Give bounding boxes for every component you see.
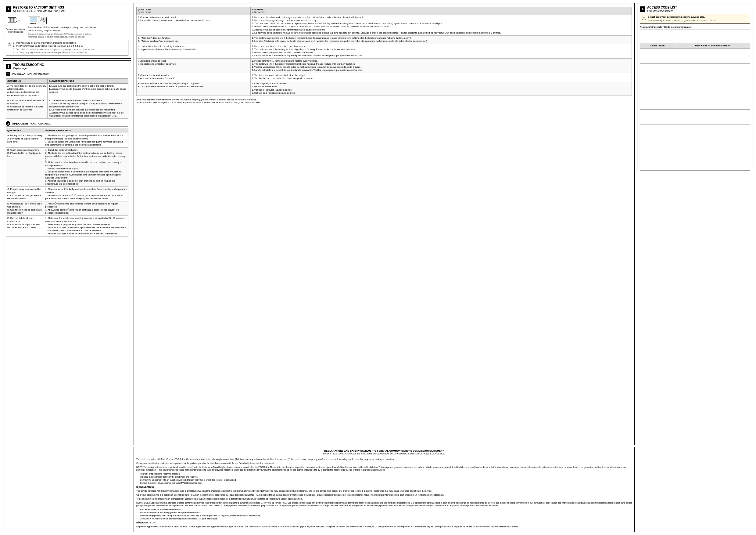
name-cell	[640, 79, 675, 94]
left-column: 4 RESTORE TO FACTORY SETTINGS RÉTABLISSE…	[3, 3, 131, 532]
fcc-bullet-4: Consult the dealer or an experienced rad…	[140, 482, 632, 485]
svg-rect-7	[30, 17, 37, 22]
op-q-c: C. Programming code can not be changed.C…	[6, 187, 44, 201]
contact-text: If the lock appears to be damaged or doe…	[136, 97, 632, 104]
code-cell	[675, 155, 750, 171]
set-button-svg: S SET	[28, 14, 48, 27]
remove-battery-label-fr: Retirez une pile	[8, 31, 23, 33]
center-q-i: I. Lockset is unable to reset.I. Impossi…	[137, 58, 251, 73]
center-q-header: QUESTIONSQUESTIONS	[137, 7, 251, 15]
battery-diagram: → Remove one battery Retirez une pile	[6, 14, 25, 38]
ic-regs-fr-title: RÈGLEMENTS D'IC	[136, 521, 632, 524]
operation-number: 2	[6, 121, 10, 126]
code-cell	[675, 94, 750, 110]
access-warning-text-fr: Ne communiquez votre code de programmati…	[648, 19, 716, 22]
access-code-section: 4 Access code list Liste des code d'accè…	[637, 3, 753, 173]
center-a-h: 1. Make sure you have entered the correc…	[250, 44, 632, 59]
name-cell	[640, 94, 675, 110]
table-row: F. Can not add a new user code /card.F. …	[137, 15, 632, 36]
table-row: B. Touch screen not responding.B. L'écra…	[6, 147, 128, 187]
access-header: 4 Access code list Liste des code d'accè…	[640, 6, 750, 13]
install-a-a: 1. Make sure the backset on the latch is…	[47, 84, 128, 98]
op-a-d: 1. Press ⓒ button once and continue to i…	[44, 201, 128, 216]
table-row	[640, 64, 750, 79]
user-code-header: User Code / Code d'utilisateur	[675, 43, 750, 48]
factory-warning-line4: 2. Le Code de programmation sera restaur…	[13, 51, 95, 54]
access-warning-text: Do not pass your programming code to any…	[648, 15, 716, 19]
factory-warning-line1: 1. This will erase all stored informatio…	[13, 42, 95, 45]
center-a-i: 1. Please refer to②-① in the user guide …	[250, 58, 632, 73]
prog-code-input-area	[640, 30, 750, 40]
center-q-g: G. "Auto lock" does not function.G. "Aut…	[137, 35, 251, 43]
name-cell	[640, 155, 675, 171]
code-cell	[675, 79, 750, 94]
table-row: D. What should I do if wrong code was en…	[6, 201, 128, 216]
factory-diagram-area: → Remove one battery Retirez une pile	[6, 14, 128, 38]
center-a-j: 1. Touch the screen to activate the lock…	[250, 73, 632, 81]
op-q-d: D. What should I do if wrong code was en…	[6, 201, 44, 216]
fcc-bullet-3: Connect the equipment into an outlet on …	[140, 479, 632, 482]
op-q-header: QUESTIONS	[6, 128, 44, 133]
factory-settings-section: 4 RESTORE TO FACTORY SETTINGS RÉTABLISSE…	[3, 3, 131, 59]
ic-fr-bullet-3: Brancher l'équipement dans une prise de …	[140, 514, 632, 517]
table-row: I. Lockset is unable to reset.I. Impossi…	[137, 58, 632, 73]
fcc-bullet-2: Increase the separation between the equi…	[140, 475, 632, 479]
ic-fr-bullet-4: Consulter le fournisseur ou un technicie…	[140, 517, 632, 521]
center-a-f: 1. Make sure the whole code entering pro…	[250, 15, 632, 36]
troubleshoot-title: Troubleshooting	[13, 63, 44, 67]
name-header: Name / Nom	[640, 43, 675, 48]
center-column: QUESTIONSQUESTIONS ANSWERSRÉPONSES F. Ca…	[134, 3, 634, 532]
svg-rect-4	[14, 18, 15, 22]
ic-remark: REMARQUE : Cet équipement a été testé et…	[136, 501, 632, 508]
svg-rect-13	[41, 18, 43, 20]
svg-point-8	[31, 23, 32, 24]
factory-number: 4	[6, 6, 11, 12]
center-q-k: K.The red indicator is still on after pr…	[137, 81, 251, 96]
troubleshoot-number: 3	[6, 64, 11, 69]
ic-fr-bullet-1: Réorienter ou déplacer l'antenne de réce…	[140, 508, 632, 511]
table-row	[640, 125, 750, 140]
declarations-title: DECLARATIONS AND SAFETY STATEMENTS FEDER…	[136, 450, 632, 456]
fcc-text2: Changes or modifications not expressly a…	[136, 462, 632, 465]
factory-title-fr: RÉTABLISSEZ LES PARAMÈTRES D'USINE	[13, 10, 66, 13]
table-row	[640, 79, 750, 94]
center-a-header: ANSWERSRÉPONSES	[250, 7, 632, 15]
ic-fr-bullet-2: Accroître la distance entre l'équipement…	[140, 511, 632, 514]
install-q-a: A.The latch does not operate correctly a…	[6, 84, 47, 98]
center-qa-table: QUESTIONSQUESTIONS ANSWERSRÉPONSES F. Ca…	[136, 7, 632, 96]
table-row: A. Battery indicator keeps flashing.A. L…	[6, 133, 128, 148]
operation-title: OPERATION	[12, 122, 28, 125]
code-cell	[675, 64, 750, 79]
center-a-g: 1. The batteries are getting low if the …	[250, 35, 632, 43]
table-row: B. Can not remove key after the lock is …	[6, 98, 128, 119]
ic-regs-fr-text: Le présent appareil est conforme aux CNR…	[136, 525, 632, 528]
ic-fr-bullets: Réorienter ou déplacer l'antenne de réce…	[140, 508, 632, 520]
op-a-c: 1. Please refer to ②-① in the user guide…	[44, 187, 128, 201]
fcc-bullet-1: Reorient or relocate the receiving anten…	[140, 472, 632, 475]
operation-sub-header: 2 OPERATION FONCTIONNEMENT	[6, 121, 128, 127]
installation-title-fr: INSTALLATION	[34, 72, 49, 75]
name-cell	[640, 140, 675, 155]
code-cell	[675, 125, 750, 140]
press-hold-text: Press and hold SET button while insertin…	[28, 26, 101, 32]
ic-text: This device complies with Industry Canad…	[136, 490, 632, 493]
installation-sub-header: 1 INSTALLATION INSTALLATION	[6, 72, 128, 77]
operation-title-fr: FONCTIONNEMENT	[30, 122, 52, 125]
name-cell	[640, 110, 675, 125]
press-hold-text-fr: Appuyez et maintenez appuyé le bouton SE…	[28, 33, 101, 38]
table-row: J. Operate the lockset in darkness.J. Ac…	[137, 73, 632, 81]
op-a-header: ANSWERS RESPUESTA	[44, 128, 128, 133]
ic-title: IC REGULATIONS	[136, 486, 632, 489]
troubleshoot-title-fr: Dépannage	[13, 67, 44, 70]
svg-rect-2	[9, 18, 11, 22]
svg-rect-3	[11, 18, 13, 22]
op-q-b: B. Touch screen not responding.B. L'écra…	[6, 147, 44, 187]
warning-triangle-icon: ⚠	[7, 42, 11, 46]
op-q-e: E. Can not delete all User Codes/cards.E…	[6, 216, 44, 237]
remove-battery-label: Remove one battery	[6, 28, 25, 30]
set-button-area: S SET Press and hold SET button while in…	[28, 14, 101, 38]
installation-number: 1	[6, 72, 10, 76]
troubleshoot-header: 3 Troubleshooting Dépannage	[6, 63, 128, 70]
declarations-section: DECLARATIONS AND SAFETY STATEMENTS FEDER…	[134, 447, 634, 532]
access-warning-box: ⚠ Do not pass your programming code to a…	[640, 14, 750, 24]
